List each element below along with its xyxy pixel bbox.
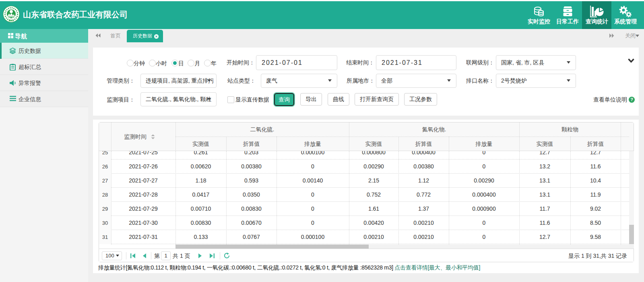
svg-text:MEE: MEE xyxy=(9,19,14,22)
